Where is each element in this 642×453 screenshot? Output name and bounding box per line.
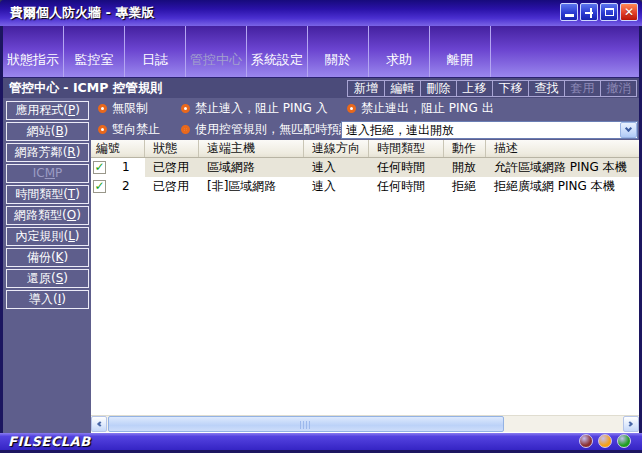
- radio-label: 無限制: [112, 100, 148, 117]
- minimize-button[interactable]: [560, 3, 578, 21]
- column-header-3[interactable]: 連線方向: [304, 140, 369, 157]
- radio-icon: [347, 104, 356, 113]
- scroll-right-button[interactable]: [623, 416, 639, 432]
- table-body: ✓1已啓用區域網路連入任何時間開放允許區域網路 PING 本機✓2已啓用[非]區…: [91, 158, 639, 196]
- radio-label: 禁止連入，阻止 PING 入: [195, 100, 328, 117]
- radio-dot: [184, 127, 187, 132]
- rule-number: 2: [122, 177, 130, 196]
- status-indicators: [579, 434, 631, 448]
- cell-status: 已啓用: [145, 158, 199, 177]
- cell-time-type: 任何時間: [369, 158, 444, 177]
- cell-action: 開放: [444, 158, 486, 177]
- indicator-green: [617, 434, 631, 448]
- cell-number: ✓2: [91, 177, 145, 196]
- close-button[interactable]: ✕: [620, 3, 638, 21]
- find-button[interactable]: 查找: [528, 81, 564, 96]
- sidebar-item-network-neighbors[interactable]: 網路芳鄰(R): [6, 143, 89, 162]
- radio-icon: [98, 125, 107, 134]
- sidebar: 應用程式(P)網站(B)網路芳鄰(R)ICMP時間類型(T)網路類型(O)內定規…: [3, 100, 91, 311]
- add-button[interactable]: 新增: [348, 81, 384, 96]
- tab-about[interactable]: 關於: [308, 26, 369, 77]
- rule-number: 1: [122, 158, 130, 177]
- cell-remote-host: [非]區域網路: [199, 177, 304, 196]
- radio-block-both[interactable]: 雙向禁止: [98, 121, 181, 138]
- radio-use-rules[interactable]: 使用控管規則，無匹配時預設: [181, 121, 341, 138]
- section-bar: 管控中心 - ICMP 控管規則 新增編輯刪除上移下移查找套用撤消: [3, 77, 639, 98]
- sidebar-item-applications[interactable]: 應用程式(P): [6, 101, 89, 120]
- chevron-left-icon: [97, 421, 103, 427]
- tab-control-center[interactable]: 管控中心: [186, 26, 247, 77]
- chevron-right-icon: [627, 421, 633, 427]
- tab-help[interactable]: 求助: [369, 26, 430, 77]
- sidebar-item-default-rules[interactable]: 內定規則(L): [6, 227, 89, 246]
- action-buttons: 新增編輯刪除上移下移查找套用撤消: [347, 80, 637, 97]
- icmp-options: 無限制禁止連入，阻止 PING 入禁止連出，阻止 PING 出 雙向禁止使用控管…: [91, 98, 639, 140]
- radio-block-out[interactable]: 禁止連出，阻止 PING 出: [347, 100, 494, 117]
- sidebar-item-website[interactable]: 網站(B): [6, 122, 89, 141]
- sidebar-item-backup[interactable]: 備份(K): [6, 248, 89, 267]
- tab-monitor[interactable]: 監控室: [64, 26, 125, 77]
- radio-icon: [181, 125, 190, 134]
- rule-checkbox[interactable]: ✓: [93, 180, 106, 193]
- cell-remote-host: 區域網路: [199, 158, 304, 177]
- minimize-icon: [565, 14, 574, 17]
- scroll-left-button[interactable]: [91, 416, 107, 432]
- chevron-down-icon: [625, 124, 632, 131]
- tab-log[interactable]: 日誌: [125, 26, 186, 77]
- close-icon: ✕: [624, 6, 634, 18]
- column-header-0[interactable]: 編號: [91, 140, 145, 157]
- move-down-button[interactable]: 下移: [492, 81, 528, 96]
- apply-button[interactable]: 套用: [564, 81, 600, 96]
- undo-button[interactable]: 撤消: [600, 81, 636, 96]
- tab-bar: 狀態指示監控室日誌管控中心系統設定關於求助離開: [3, 26, 639, 77]
- dropdown-button[interactable]: [620, 122, 637, 138]
- options-row-1: 無限制禁止連入，阻止 PING 入禁止連出，阻止 PING 出: [91, 98, 639, 119]
- radio-no-limit[interactable]: 無限制: [98, 100, 181, 117]
- delete-button[interactable]: 刪除: [420, 81, 456, 96]
- rule-checkbox[interactable]: ✓: [93, 161, 106, 174]
- scrollbar-thumb[interactable]: [108, 416, 504, 432]
- tab-system-settings[interactable]: 系統設定: [247, 26, 308, 77]
- status-bar: FILSECLAB: [0, 433, 642, 450]
- horizontal-scrollbar[interactable]: [91, 415, 639, 432]
- cell-time-type: 任何時間: [369, 177, 444, 196]
- window-title: 費爾個人防火牆 - 專業版: [10, 0, 154, 26]
- column-header-4[interactable]: 時間類型: [369, 140, 444, 157]
- column-header-1[interactable]: 狀態: [145, 140, 199, 157]
- cell-description: 拒絕廣域網 PING 本機: [486, 177, 639, 196]
- sidebar-item-restore[interactable]: 還原(S): [6, 269, 89, 288]
- sidebar-item-icmp[interactable]: ICMP: [6, 164, 89, 183]
- maximize-button[interactable]: [600, 3, 618, 21]
- section-title: 管控中心 - ICMP 控管規則: [9, 78, 163, 98]
- cell-status: 已啓用: [145, 177, 199, 196]
- sidebar-item-network-types[interactable]: 網路類型(O): [6, 206, 89, 225]
- maximize-icon: [605, 8, 614, 16]
- rollup-button[interactable]: [580, 3, 598, 21]
- move-up-button[interactable]: 上移: [456, 81, 492, 96]
- brand-logo: FILSECLAB: [8, 434, 91, 449]
- indicator-orange: [598, 434, 612, 448]
- title-bar[interactable]: 費爾個人防火牆 - 專業版 ✕: [0, 0, 642, 26]
- sidebar-item-time-types[interactable]: 時間類型(T): [6, 185, 89, 204]
- radio-icon: [98, 104, 107, 113]
- window-controls: ✕: [560, 3, 638, 21]
- column-header-2[interactable]: 遠端主機: [199, 140, 304, 157]
- cell-direction: 連入: [304, 158, 369, 177]
- rules-table: 編號狀態遠端主機連線方向時間類型動作描述 ✓1已啓用區域網路連入任何時間開放允許…: [91, 140, 639, 433]
- radio-block-in[interactable]: 禁止連入，阻止 PING 入: [181, 100, 347, 117]
- default-policy-select[interactable]: 連入拒絕，連出開放: [341, 121, 638, 139]
- table-row[interactable]: ✓2已啓用[非]區域網路連入任何時間拒絕拒絕廣域網 PING 本機: [91, 177, 639, 196]
- default-policy-value: 連入拒絕，連出開放: [342, 122, 620, 138]
- column-header-6[interactable]: 描述: [486, 140, 639, 157]
- tab-exit[interactable]: 離開: [430, 26, 491, 77]
- column-header-5[interactable]: 動作: [444, 140, 486, 157]
- sidebar-item-import[interactable]: 導入(I): [6, 290, 89, 309]
- main-area: 無限制禁止連入，阻止 PING 入禁止連出，阻止 PING 出 雙向禁止使用控管…: [3, 98, 639, 433]
- tab-status[interactable]: 狀態指示: [3, 26, 64, 77]
- radio-icon: [181, 104, 190, 113]
- app-window: 費爾個人防火牆 - 專業版 ✕ 狀態指示監控室日誌管控中心系統設定關於求助離開 …: [0, 0, 642, 453]
- edit-button[interactable]: 編輯: [384, 81, 420, 96]
- table-row[interactable]: ✓1已啓用區域網路連入任何時間開放允許區域網路 PING 本機: [91, 158, 639, 177]
- table-header: 編號狀態遠端主機連線方向時間類型動作描述: [91, 140, 639, 158]
- options-row-2-radios: 雙向禁止使用控管規則，無匹配時預設: [98, 121, 341, 138]
